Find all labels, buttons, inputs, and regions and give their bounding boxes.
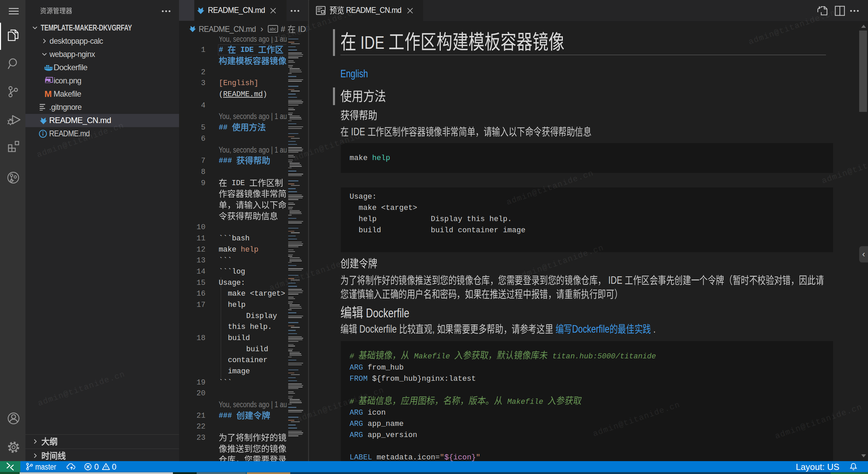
svg-text:abc: abc (270, 27, 276, 32)
